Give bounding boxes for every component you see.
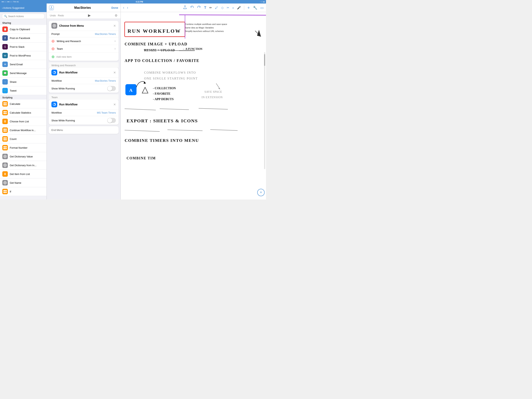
workflow-row-1: Workflow MacStories Timers — [49, 77, 119, 84]
lasso-tool-icon[interactable]: ⌾ — [232, 6, 234, 9]
action-get-dict-value[interactable]: Get Dictionary Value — [0, 152, 47, 161]
app-container: ●●○○○ ●●○○○ TIM 4G 4:15 PM ↑ ⬡ ▮ ‹ Actio… — [0, 0, 266, 200]
dict-input-icon — [2, 162, 8, 168]
remove-item-button[interactable]: ⊖ — [51, 47, 55, 51]
svg-text:→ A FUNCTION: → A FUNCTION — [182, 48, 202, 51]
action-label: Format Number — [10, 146, 27, 149]
workflow-label-2: Workflow — [51, 111, 62, 114]
action-choose-from-list[interactable]: Choose from List — [0, 117, 47, 126]
notes-tools-group: T ✏ 🖊 ◇ ✂ ⌾ 🎤 + 🔧 ▭ — [183, 5, 264, 10]
forward-nav-button[interactable]: › — [127, 6, 128, 10]
calc-stats-icon — [2, 110, 8, 115]
eraser-tool-icon[interactable]: ◇ — [221, 6, 223, 10]
action-count[interactable]: Count — [0, 135, 47, 143]
close-button[interactable]: ✕ — [113, 71, 116, 74]
undo-tool-icon[interactable] — [190, 5, 194, 10]
notes-canvas[interactable]: RUN WORKFLOW Combine multiple workflows … — [121, 12, 266, 200]
run-workflow-1-icon — [51, 70, 57, 75]
action-format-number[interactable]: Format Number — [0, 143, 47, 152]
workflow-value-2[interactable]: MS Team Timers — [97, 111, 116, 114]
undo-button[interactable]: Undo — [50, 14, 56, 17]
svg-text:COMBINE WORKFLOWS INTO: COMBINE WORKFLOWS INTO — [144, 71, 196, 74]
svg-text:- APP DEBUTS: - APP DEBUTS — [153, 97, 174, 101]
drag-handle[interactable]: ≡ — [114, 39, 116, 43]
redo-button[interactable]: Redo — [58, 14, 64, 17]
plus-button[interactable]: + — [247, 5, 250, 10]
text-tool-icon[interactable]: T — [204, 6, 206, 10]
marker-tool-icon[interactable]: 🖊 — [215, 6, 218, 10]
prompt-value[interactable]: MacStories Timers — [95, 32, 116, 35]
action-post-facebook[interactable]: f Post on Facebook — [0, 34, 47, 42]
wrench-button[interactable]: 🔧 — [253, 6, 257, 10]
svg-rect-37 — [4, 192, 5, 193]
svg-rect-6 — [4, 113, 5, 114]
search-bar-wrap: 🔍 — [0, 12, 47, 20]
run-workflow-2-header: Run Workflow ✕ — [49, 100, 119, 109]
show-while-running-toggle-1[interactable] — [107, 86, 116, 91]
svg-line-69 — [199, 108, 228, 109]
mic-tool-icon[interactable]: 🎤 — [237, 6, 241, 10]
ios-status-bar: ●●○○○ ●●○○○ TIM 4G 4:15 PM ↑ ⬡ ▮ — [0, 0, 266, 4]
settings-button[interactable]: ⚙ — [115, 14, 117, 17]
workflow-toolbar: Undo Redo ▶ ⚙ — [47, 12, 120, 19]
workflow-content: Choose from Menu ✕ Prompt MacStories Tim… — [47, 19, 120, 200]
svg-rect-1 — [5, 102, 7, 104]
action-label: If — [10, 190, 11, 193]
redo-tool-icon[interactable] — [197, 5, 201, 10]
share-workflow-btn[interactable] — [49, 6, 54, 10]
play-button[interactable]: ▶ — [88, 13, 91, 18]
continue-icon — [2, 127, 8, 133]
svg-rect-22 — [5, 148, 7, 149]
action-label: Choose from List — [10, 120, 29, 123]
svg-rect-0 — [4, 102, 5, 104]
action-label: Tweet — [10, 89, 17, 92]
action-label: Get Item from List — [10, 173, 30, 175]
drag-handle[interactable]: ≡ — [114, 47, 116, 50]
close-button[interactable]: ✕ — [113, 24, 116, 28]
action-label: Post on Facebook — [10, 37, 30, 39]
action-calculate-stats[interactable]: Calculate Statistics — [0, 108, 47, 117]
action-label: Get Dictionary Value — [10, 155, 33, 158]
share-tool-icon[interactable] — [183, 5, 187, 10]
action-label: Send Message — [10, 72, 27, 75]
scissors-tool-icon[interactable]: ✂ — [227, 6, 229, 10]
action-send-message[interactable]: 💬 Send Message — [0, 69, 47, 77]
action-get-name[interactable]: Get Name — [0, 179, 47, 187]
back-nav-button[interactable]: ‹ — [123, 6, 124, 10]
carrier-info: ●●○○○ ●●○○○ TIM 4G — [1, 1, 19, 3]
show-while-running-label-1: Show While Running — [51, 87, 75, 90]
action-post-slack[interactable]: S Post to Slack — [0, 42, 47, 51]
action-get-dict-from-input[interactable]: Get Dictionary from In... — [0, 161, 47, 170]
show-while-running-toggle-2[interactable] — [107, 118, 116, 123]
svg-rect-7 — [5, 113, 7, 114]
section-scripting: Scripting — [0, 95, 47, 100]
search-input[interactable] — [8, 15, 43, 18]
action-send-email[interactable]: ✉ Send Email — [0, 60, 47, 69]
action-post-wordpress[interactable]: W Post to WordPress — [0, 51, 47, 60]
action-get-item-from-list[interactable]: Get Item from List — [0, 170, 47, 179]
remove-item-button[interactable]: ⊖ — [51, 39, 55, 43]
menu-item-team: ⊖ Team ≡ — [49, 45, 119, 53]
run-workflow-2-icon — [51, 102, 57, 107]
action-copy-clipboard[interactable]: 📋 Copy to Clipboard — [0, 25, 47, 34]
workflow-value-1[interactable]: MacStories Timers — [95, 79, 116, 82]
action-share[interactable]: ↑ Share — [0, 77, 47, 86]
item-list-icon — [2, 171, 8, 177]
pen-tool-icon[interactable]: ✏ — [209, 6, 212, 10]
signal-dots: ●●○○○ — [1, 1, 7, 3]
svg-text:Simplify launchers without URL: Simplify launchers without URL schemes — [185, 30, 224, 32]
chevron-left-icon: ‹ — [2, 6, 3, 9]
back-button[interactable]: ‹ Actions Suggested — [2, 6, 24, 9]
done-button[interactable]: Done — [111, 6, 118, 9]
get-name-icon — [2, 180, 8, 186]
action-tweet[interactable]: 🐦 Tweet — [0, 86, 47, 95]
action-if[interactable]: If — [0, 187, 47, 196]
back-label[interactable]: Actions Suggested — [3, 6, 24, 9]
svg-rect-11 — [4, 129, 5, 130]
action-continue-workflow[interactable]: Continue Workflow in... — [0, 126, 47, 135]
close-button-2[interactable]: ✕ — [113, 103, 116, 106]
search-bar[interactable]: 🔍 — [2, 14, 44, 19]
action-calculate[interactable]: Calculate — [0, 100, 47, 108]
ipad-button[interactable]: ▭ — [260, 6, 264, 10]
add-menu-item[interactable]: ⊕ Add new item — [49, 53, 119, 61]
